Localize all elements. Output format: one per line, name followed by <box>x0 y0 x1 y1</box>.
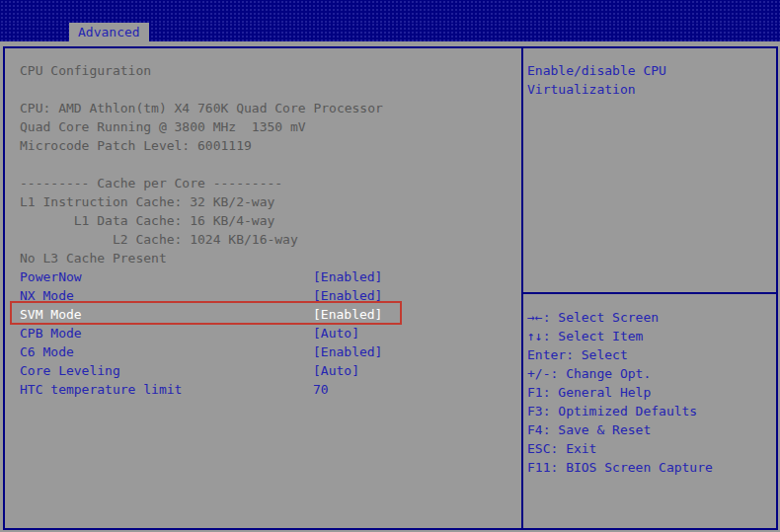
option-powernow[interactable]: PowerNow [Enabled] <box>20 267 521 286</box>
menu-bar: Advanced <box>0 23 780 41</box>
key-hints: →←: Select Screen ↑↓: Select Item Enter:… <box>527 308 776 477</box>
cpu-speed-line: Quad Core Running @ 3800 MHz 1350 mV <box>20 117 521 136</box>
key-hint-change-opt: +/-: Change Opt. <box>527 364 776 383</box>
option-label: HTC temperature limit <box>20 382 182 397</box>
l3-cache-line: No L3 Cache Present <box>20 249 521 267</box>
option-nx-mode[interactable]: NX Mode [Enabled] <box>20 286 521 305</box>
option-value: [Auto] <box>313 361 359 380</box>
key-hint-select-screen: →←: Select Screen <box>527 308 776 327</box>
option-label: PowerNow <box>20 269 82 284</box>
option-value: [Enabled] <box>313 286 382 305</box>
l2-cache-line: L2 Cache: 1024 KB/16-way <box>20 230 521 249</box>
option-value: [Enabled] <box>313 267 382 286</box>
help-divider <box>523 292 776 294</box>
option-value: [Enabled] <box>313 342 382 361</box>
spacer <box>20 155 521 174</box>
key-hint-save-reset: F4: Save & Reset <box>527 420 776 439</box>
bios-screen: Aptio Setup Utility - Copyright (C) 2011… <box>0 0 780 532</box>
option-label: CPB Mode <box>20 326 82 341</box>
content-window: CPU Configuration CPU: AMD Athlon(tm) X4… <box>3 46 778 530</box>
help-description-line: Enable/disable CPU <box>527 61 776 80</box>
option-core-leveling[interactable]: Core Leveling [Auto] <box>20 361 521 380</box>
titlebar: Aptio Setup Utility - Copyright (C) 2011… <box>0 0 780 23</box>
option-cpb-mode[interactable]: CPB Mode [Auto] <box>20 324 521 342</box>
option-value: [Enabled] <box>313 305 382 324</box>
option-svm-mode[interactable]: SVM Mode [Enabled] <box>20 305 521 324</box>
key-hint-enter-select: Enter: Select <box>527 345 776 364</box>
key-hint-optimized-defaults: F3: Optimized Defaults <box>527 402 776 420</box>
spacer <box>20 80 521 99</box>
option-label: Core Leveling <box>20 363 120 378</box>
option-c6-mode[interactable]: C6 Mode [Enabled] <box>20 342 521 361</box>
section-title: CPU Configuration <box>20 61 521 80</box>
key-hint-esc-exit: ESC: Exit <box>527 439 776 458</box>
option-label: NX Mode <box>20 288 74 303</box>
option-htc-temperature-limit[interactable]: HTC temperature limit 70 <box>20 380 521 399</box>
main-panel: CPU Configuration CPU: AMD Athlon(tm) X4… <box>5 48 521 528</box>
option-label: SVM Mode <box>20 307 82 322</box>
cache-header-line: --------- Cache per Core --------- <box>20 174 521 192</box>
option-value: [Auto] <box>313 324 359 342</box>
l1-data-cache-line: L1 Data Cache: 16 KB/4-way <box>20 211 521 230</box>
microcode-line: Microcode Patch Level: 6001119 <box>20 136 521 155</box>
help-description: Enable/disable CPU Virtualization <box>523 48 776 99</box>
key-hint-general-help: F1: General Help <box>527 383 776 402</box>
help-panel: Enable/disable CPU Virtualization →←: Se… <box>523 48 776 528</box>
help-description-line: Virtualization <box>527 80 776 99</box>
cpu-model-line: CPU: AMD Athlon(tm) X4 760K Quad Core Pr… <box>20 99 521 117</box>
option-value: 70 <box>313 380 329 399</box>
tab-advanced[interactable]: Advanced <box>69 23 149 41</box>
key-hint-select-item: ↑↓: Select Item <box>527 327 776 345</box>
key-hint-bios-screen-capture: F11: BIOS Screen Capture <box>527 458 776 477</box>
option-label: C6 Mode <box>20 344 74 359</box>
l1-instruction-cache-line: L1 Instruction Cache: 32 KB/2-way <box>20 192 521 211</box>
